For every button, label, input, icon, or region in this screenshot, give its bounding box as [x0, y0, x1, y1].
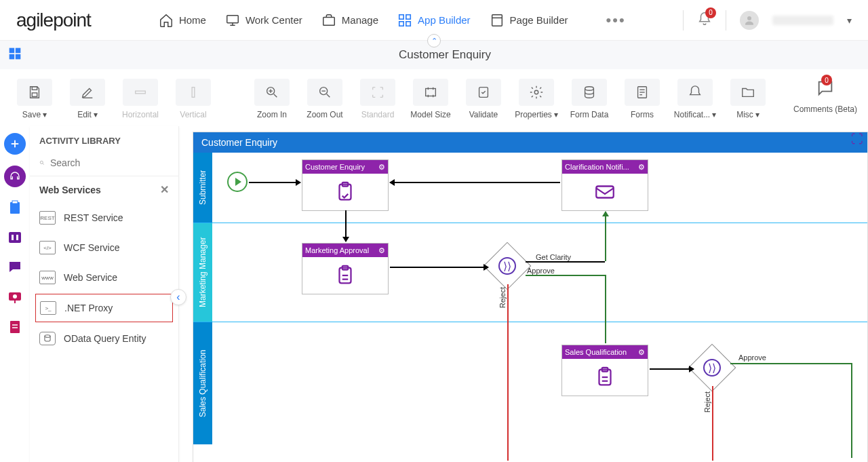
comments-button[interactable]: 0 Comments (Beta)	[793, 79, 857, 114]
svg-rect-3	[323, 17, 335, 25]
form-data-button[interactable]: Form Data	[566, 79, 613, 119]
panel-collapse-button[interactable]: ‹	[170, 289, 186, 305]
user-avatar[interactable]	[740, 11, 759, 30]
doc-icon	[7, 319, 23, 335]
activity-customer-enquiry[interactable]: Customer Enquiry⚙	[302, 159, 389, 211]
svg-rect-11	[9, 47, 15, 53]
zoom-out-icon	[317, 85, 332, 100]
validate-icon	[476, 85, 491, 100]
canvas-wrap: Customer Enquiry ⛶ Submitter Marketing M…	[179, 126, 868, 462]
edge	[526, 261, 605, 263]
collapse-top-button[interactable]: ⌃	[427, 34, 441, 47]
svg-point-50	[45, 335, 50, 338]
nav-home[interactable]: Home	[159, 12, 206, 29]
username	[772, 16, 833, 25]
activity-rest-service[interactable]: REST REST Service	[30, 203, 178, 233]
svg-rect-45	[10, 321, 20, 333]
gateway-marketing[interactable]: ⟩⟩	[490, 249, 524, 283]
notifications-tool-button[interactable]: Notificat... ▾	[671, 79, 719, 119]
form-task-icon	[334, 180, 357, 204]
edge-label-reject2: Reject	[703, 391, 711, 412]
gear-icon[interactable]: ⚙	[638, 163, 645, 172]
process-canvas[interactable]: Customer Enquiry ⛶ Submitter Marketing M…	[193, 132, 868, 462]
svg-rect-39	[9, 232, 21, 243]
activity-sales-qualification[interactable]: Sales Qualification⚙	[561, 345, 648, 396]
rail-icon-clipboard[interactable]	[5, 198, 24, 217]
svg-line-49	[43, 163, 44, 165]
svg-rect-14	[16, 54, 21, 59]
home-icon	[159, 13, 174, 28]
expand-canvas-button[interactable]: ⛶	[851, 132, 863, 147]
zoom-in-icon	[264, 85, 279, 100]
edge	[730, 363, 852, 364]
svg-line-25	[327, 94, 330, 98]
save-icon	[27, 85, 42, 100]
user-menu-chevron[interactable]: ▾	[847, 15, 852, 26]
activity-odata[interactable]: OData Query Entity	[30, 324, 178, 353]
activity-marketing-approval[interactable]: Marketing Approval⚙	[302, 243, 389, 294]
forms-button[interactable]: Forms	[618, 79, 666, 119]
activity-wcf-service[interactable]: </> WCF Service	[30, 233, 178, 263]
bell-icon	[688, 85, 703, 100]
standard-button[interactable]: Standard	[354, 79, 401, 119]
model-size-icon	[423, 85, 438, 100]
activity-clarification[interactable]: Clarification Notifi...⚙	[561, 159, 648, 211]
edge-label-approve2: Approve	[738, 353, 766, 362]
topnav-right: 0 ▾	[683, 10, 852, 31]
rail-icon-chat[interactable]	[5, 258, 24, 277]
subheader: ⌃ Customer Enquiry	[0, 41, 868, 69]
svg-rect-53	[596, 187, 614, 198]
gateway-sales[interactable]: ⟩⟩	[695, 351, 729, 385]
misc-button[interactable]: Misc ▾	[724, 79, 772, 119]
nav-work-center[interactable]: Work Center	[225, 12, 302, 29]
start-event[interactable]	[227, 172, 248, 192]
zoom-out-button[interactable]: Zoom Out	[301, 79, 349, 119]
properties-button[interactable]: Properties ▾	[513, 79, 560, 119]
validate-button[interactable]: Validate	[460, 79, 507, 119]
svg-rect-6	[399, 21, 403, 25]
category-close-button[interactable]: ✕	[160, 183, 169, 196]
add-button[interactable]	[4, 133, 26, 155]
headset-icon	[9, 170, 21, 182]
gear-icon[interactable]: ⚙	[378, 246, 385, 255]
rail-icon-doc[interactable]	[5, 317, 24, 336]
nav-app-builder[interactable]: App Builder	[397, 12, 471, 29]
svg-rect-18	[136, 91, 146, 94]
gear-icon[interactable]: ⚙	[638, 348, 645, 357]
rail-icon-columns[interactable]	[5, 228, 24, 247]
nav-more-button[interactable]: •••	[606, 12, 626, 29]
zoom-in-button[interactable]: Zoom In	[248, 79, 296, 119]
apps-icon[interactable]	[8, 47, 22, 64]
svg-point-30	[585, 87, 594, 91]
nav-page-builder[interactable]: Page Builder	[490, 12, 568, 29]
svg-rect-41	[16, 235, 18, 240]
save-button[interactable]: Save ▾	[11, 79, 58, 119]
notifications-button[interactable]: 0	[697, 12, 712, 29]
notification-badge: 0	[705, 7, 716, 18]
edge	[712, 386, 713, 461]
model-size-button[interactable]: Model Size	[407, 79, 454, 119]
edit-icon	[80, 85, 95, 100]
activity-net-proxy[interactable]: >_ .NET Proxy	[35, 294, 173, 322]
gear-icon[interactable]: ⚙	[378, 163, 385, 172]
search-input[interactable]	[50, 157, 169, 168]
divider	[726, 10, 726, 31]
svg-point-43	[13, 294, 17, 299]
nav-manage[interactable]: Manage	[321, 12, 378, 29]
search-row	[30, 153, 178, 176]
columns-icon	[7, 229, 23, 246]
gear-icon	[529, 85, 544, 100]
rail-icon-headset[interactable]	[4, 166, 26, 187]
grid-icon	[397, 13, 412, 28]
svg-rect-19	[192, 88, 195, 98]
lane-submitter: Submitter	[193, 153, 867, 223]
vertical-icon	[186, 85, 201, 100]
edit-button[interactable]: Edit ▾	[64, 79, 111, 119]
rail-icon-present[interactable]	[5, 288, 24, 307]
svg-point-10	[747, 16, 751, 20]
vertical-button[interactable]: Vertical	[170, 79, 217, 119]
svg-rect-12	[16, 47, 21, 53]
horizontal-button[interactable]: Horizontal	[117, 79, 164, 119]
activity-web-service[interactable]: www Web Service	[30, 263, 178, 292]
lane-sales: Sales Qualification	[193, 322, 867, 444]
